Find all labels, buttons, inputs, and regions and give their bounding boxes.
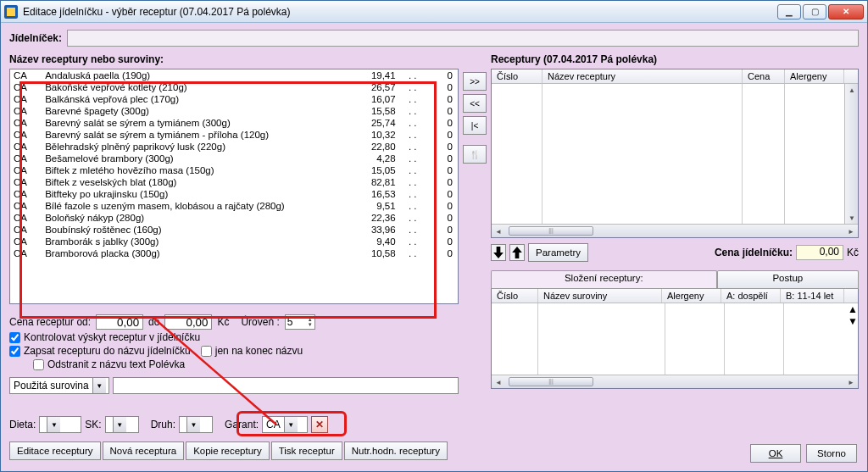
move-up-button[interactable] [509, 244, 525, 261]
params-button[interactable]: Parametry [528, 243, 588, 262]
recipe-row[interactable]: CABramborák s jablky (300g)9,40. .0 [10, 236, 458, 247]
recipe-row[interactable]: CABoloňský nákyp (280g)22,36. .0 [10, 212, 458, 224]
garant-combo[interactable]: CA▼ [262, 416, 308, 433]
recipe-row[interactable]: CABešamelové brambory (300g)4,28. .0 [10, 153, 458, 164]
new-recipe-button[interactable]: Nová receptura [103, 441, 185, 460]
recipe-cell: . . [399, 105, 426, 117]
recipe-cell: . . [399, 188, 426, 200]
first-button[interactable]: |< [463, 116, 487, 135]
recipe-cell: . . [399, 93, 426, 105]
recipe-row[interactable]: CABiftek z veselských blat (180g)82,81. … [10, 176, 458, 188]
close-button[interactable]: ✕ [828, 4, 864, 19]
recipe-cell: 10,58 [347, 247, 399, 259]
window-title: Editace jídelníčku - výběr receptur (07.… [23, 6, 777, 18]
recipe-cell: . . [399, 117, 426, 129]
recipe-cell: CA [10, 117, 42, 129]
recipe-cell: Bitfteky po ukrajinsku (150g) [42, 188, 347, 200]
recipe-cell: 22,36 [347, 212, 399, 224]
recipe-row[interactable]: CABramborová placka (300g)10,58. .0 [10, 247, 458, 259]
minimize-button[interactable]: ▁ [777, 4, 801, 19]
recipe-cell: 0 [426, 117, 458, 129]
chevron-down-icon: ▼ [284, 417, 298, 432]
recipe-cell: 0 [426, 164, 458, 176]
grid2-vscroll[interactable]: ▲ ▼ [848, 303, 858, 375]
b5-label: Nutr.hodn. receptury [352, 446, 440, 456]
storno-button[interactable]: Storno [806, 444, 857, 463]
right-header: Receptury (07.04.2017 Pá polévka) [491, 53, 859, 65]
recipe-cell: . . [399, 141, 426, 153]
scroll-thumb-2[interactable]: ||| [509, 377, 593, 386]
druh-label: Druh: [151, 419, 175, 430]
recipe-row[interactable]: CABarevné špagety (300g)15,58. .0 [10, 105, 458, 117]
chevron-down-icon: ▼ [92, 378, 106, 393]
level-value: 5 [287, 316, 293, 328]
recipe-row[interactable]: CABitfteky po ukrajinsku (150g)16,53. .0 [10, 188, 458, 200]
ingredients-grid[interactable]: Číslo Název suroviny Alergeny A: dospělí… [491, 289, 859, 389]
total-value: 0,00 [796, 245, 843, 260]
grid2-hscroll[interactable]: ◄ ||| ► [492, 375, 858, 388]
nutrition-button[interactable]: Nutr.hodn. receptury [344, 441, 448, 460]
copy-recipe-button[interactable]: Kopie receptury [186, 441, 270, 460]
grid-vscroll[interactable]: ▲ ▼ [844, 84, 858, 224]
grid-hscroll[interactable]: ◄ ||| ► [492, 224, 858, 237]
recipe-row[interactable]: CABělehradský plněný paprikový lusk (220… [10, 141, 458, 153]
jidelnicek-input[interactable] [67, 30, 859, 47]
params-label: Parametry [536, 247, 581, 258]
spinner-down[interactable]: ▼ [308, 322, 313, 327]
recipe-row[interactable]: CABalkánská vepřová plec (170g)16,07. .0 [10, 93, 458, 105]
recipe-row[interactable]: CAAndaluská paella (190g)19,41. .0 [10, 69, 458, 81]
dieta-combo[interactable]: ▼ [39, 416, 81, 433]
scroll-left-icon: ◄ [492, 375, 505, 389]
col-alerg: Alergeny [785, 69, 844, 83]
chevron-down-icon: ▼ [47, 417, 60, 432]
chevron-down-icon: ▼ [113, 417, 126, 432]
tab-composition[interactable]: Složení receptury: [491, 270, 717, 288]
recipe-cell: Bramborová placka (300g) [42, 247, 347, 259]
recipe-row[interactable]: CABílé fazole s uzeným masem, klobásou a… [10, 200, 458, 212]
druh-combo[interactable]: ▼ [179, 416, 213, 433]
recipe-cell: CA [10, 164, 42, 176]
remove-button[interactable]: << [463, 94, 487, 113]
recipe-cell: . . [399, 236, 426, 247]
tab-procedure[interactable]: Postup [717, 270, 859, 288]
used-ingredient-value[interactable] [113, 377, 459, 394]
chk-control-occurrence[interactable] [9, 332, 20, 343]
scroll-up-icon: ▲ [848, 303, 858, 315]
recipe-cell: . . [399, 129, 426, 141]
edit-recipe-button[interactable]: Editace receptury [9, 441, 101, 460]
chk-remove-polevka[interactable] [33, 359, 44, 370]
recipe-cell: Biftek z veselských blat (180g) [42, 176, 347, 188]
chk-end-only[interactable] [201, 346, 212, 357]
scroll-down-icon: ▼ [848, 315, 858, 327]
add-button[interactable]: >> [463, 72, 487, 91]
chk-write-to-name[interactable] [9, 346, 20, 357]
recipe-cell: 0 [426, 188, 458, 200]
ok-button[interactable]: OK [750, 444, 801, 463]
recipe-row[interactable]: CABakoňské vepřové kotlety (210g)26,57. … [10, 81, 458, 93]
move-down-button[interactable] [491, 244, 506, 261]
selected-recipes-grid[interactable]: Číslo Název receptury Cena Alergeny ▲ [491, 69, 859, 238]
recipe-row[interactable]: CABoubínský roštěnec (160g)33,96. .0 [10, 224, 458, 236]
recipe-cell: 16,53 [347, 188, 399, 200]
app-icon [4, 5, 18, 19]
level-spinner[interactable]: 5 ▲▼ [285, 314, 315, 330]
sk-combo[interactable]: ▼ [105, 416, 139, 433]
utensils-button[interactable]: 🍴 [463, 145, 487, 164]
recipe-row[interactable]: CABiftek z mletého hovězího masa (150g)1… [10, 164, 458, 176]
recipe-row[interactable]: CABarevný salát se sýrem a tymiánem (300… [10, 117, 458, 129]
print-recipes-button[interactable]: Tisk receptur [271, 441, 342, 460]
recipe-cell: . . [399, 153, 426, 164]
price-from-input[interactable] [96, 314, 143, 330]
used-ingredient-combo[interactable]: Použitá surovina ▼ [9, 377, 109, 394]
clear-filter-button[interactable]: ✕ [311, 416, 328, 433]
b3-label: Kopie receptury [193, 446, 262, 456]
recipe-cell: Barevný salát se sýrem a tymiánem (300g) [42, 117, 347, 129]
price-to-input[interactable] [164, 314, 212, 330]
maximize-button[interactable]: ▢ [803, 4, 826, 19]
b4-label: Tisk receptur [279, 446, 335, 456]
price-to-label: do [148, 316, 159, 328]
recipe-list[interactable]: CAAndaluská paella (190g)19,41. .0CABako… [9, 69, 459, 304]
scroll-thumb[interactable]: ||| [509, 226, 593, 236]
dieta-label: Dieta: [9, 419, 36, 430]
recipe-row[interactable]: CABarevný salát se sýrem a tymiánem - př… [10, 129, 458, 141]
